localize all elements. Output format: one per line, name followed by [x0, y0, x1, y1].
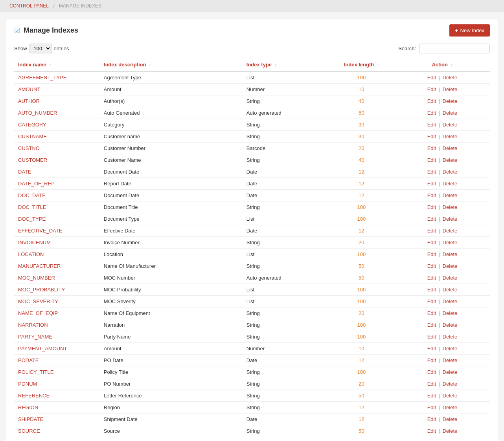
- action-links: Edit | Delete: [427, 157, 458, 163]
- action-separator: |: [439, 263, 441, 269]
- new-index-label: New Index: [460, 27, 484, 33]
- cell-index-length: 100: [328, 296, 395, 307]
- delete-link[interactable]: Delete: [443, 322, 458, 328]
- edit-link[interactable]: Edit: [427, 216, 436, 222]
- table-row: CUSTOMER Customer Name String 40 Edit | …: [14, 154, 490, 166]
- cell-index-description: PO Number: [100, 378, 243, 390]
- breadcrumb-bar: CONTROL PANEL / MANAGE INDEXES: [0, 0, 504, 12]
- delete-link[interactable]: Delete: [443, 157, 458, 163]
- delete-link[interactable]: Delete: [443, 192, 458, 198]
- action-links: Edit | Delete: [427, 122, 458, 128]
- edit-link[interactable]: Edit: [427, 169, 436, 175]
- delete-link[interactable]: Delete: [443, 263, 458, 269]
- delete-link[interactable]: Delete: [443, 369, 458, 375]
- cell-index-length: 12: [328, 355, 395, 366]
- action-links: Edit | Delete: [427, 192, 458, 198]
- delete-link[interactable]: Delete: [443, 393, 458, 399]
- edit-link[interactable]: Edit: [427, 298, 436, 304]
- edit-link[interactable]: Edit: [427, 428, 436, 434]
- edit-link[interactable]: Edit: [427, 134, 436, 139]
- edit-link[interactable]: Edit: [427, 240, 436, 245]
- delete-link[interactable]: Delete: [443, 134, 458, 139]
- edit-link[interactable]: Edit: [427, 393, 436, 399]
- edit-link[interactable]: Edit: [427, 98, 436, 104]
- search-input[interactable]: [419, 44, 490, 53]
- delete-link[interactable]: Delete: [443, 75, 458, 81]
- edit-link[interactable]: Edit: [427, 275, 436, 281]
- entries-select[interactable]: 10 25 50 100: [29, 44, 52, 53]
- edit-link[interactable]: Edit: [427, 192, 436, 198]
- edit-link[interactable]: Edit: [427, 157, 436, 163]
- cell-index-description: Test Report No: [100, 437, 243, 441]
- cell-index-name: SHIPDATE: [14, 414, 100, 425]
- edit-link[interactable]: Edit: [427, 263, 436, 269]
- cell-index-length: 10: [328, 343, 395, 355]
- action-links: Edit | Delete: [427, 310, 458, 316]
- cell-index-description: Auto Generated: [100, 107, 243, 119]
- col-action[interactable]: Action ↕: [395, 58, 490, 71]
- edit-link[interactable]: Edit: [427, 86, 436, 92]
- delete-link[interactable]: Delete: [443, 404, 458, 410]
- cell-index-name: INVOICENUM: [14, 237, 100, 249]
- cell-action: Edit | Delete: [395, 95, 490, 107]
- edit-link[interactable]: Edit: [427, 404, 436, 410]
- delete-link[interactable]: Delete: [443, 122, 458, 128]
- delete-link[interactable]: Delete: [443, 145, 458, 151]
- cell-action: Edit | Delete: [395, 71, 490, 84]
- edit-link[interactable]: Edit: [427, 181, 436, 187]
- delete-link[interactable]: Delete: [443, 169, 458, 175]
- delete-link[interactable]: Delete: [443, 251, 458, 257]
- delete-link[interactable]: Delete: [443, 204, 458, 210]
- col-index-type[interactable]: Index type ↕: [243, 58, 328, 71]
- edit-link[interactable]: Edit: [427, 75, 436, 81]
- edit-link[interactable]: Edit: [427, 322, 436, 328]
- edit-link[interactable]: Edit: [427, 357, 436, 363]
- edit-link[interactable]: Edit: [427, 122, 436, 128]
- edit-link[interactable]: Edit: [427, 369, 436, 375]
- delete-link[interactable]: Delete: [443, 86, 458, 92]
- cell-index-name: MOC_SEVERITY: [14, 296, 100, 307]
- edit-link[interactable]: Edit: [427, 334, 436, 340]
- edit-link[interactable]: Edit: [427, 251, 436, 257]
- delete-link[interactable]: Delete: [443, 181, 458, 187]
- delete-link[interactable]: Delete: [443, 287, 458, 293]
- delete-link[interactable]: Delete: [443, 334, 458, 340]
- edit-link[interactable]: Edit: [427, 110, 436, 116]
- edit-link[interactable]: Edit: [427, 381, 436, 387]
- cell-index-type: Auto generated: [243, 107, 328, 119]
- delete-link[interactable]: Delete: [443, 228, 458, 234]
- action-separator: |: [439, 157, 441, 163]
- cell-index-name: DOC_TYPE: [14, 213, 100, 225]
- col-index-length[interactable]: Index length ↕: [328, 58, 395, 71]
- delete-link[interactable]: Delete: [443, 275, 458, 281]
- breadcrumb-part1[interactable]: CONTROL PANEL: [9, 3, 49, 9]
- delete-link[interactable]: Delete: [443, 357, 458, 363]
- col-index-description[interactable]: Index description ↕: [100, 58, 243, 71]
- edit-link[interactable]: Edit: [427, 287, 436, 293]
- col-index-name[interactable]: Index name ↕: [14, 58, 100, 71]
- sort-icon-desc: ↕: [149, 63, 151, 67]
- edit-link[interactable]: Edit: [427, 204, 436, 210]
- new-index-button[interactable]: + New Index: [449, 24, 490, 37]
- delete-link[interactable]: Delete: [443, 346, 458, 351]
- delete-link[interactable]: Delete: [443, 310, 458, 316]
- edit-link[interactable]: Edit: [427, 228, 436, 234]
- edit-link[interactable]: Edit: [427, 416, 436, 422]
- action-links: Edit | Delete: [427, 404, 458, 410]
- cell-index-type: Number: [243, 84, 328, 95]
- delete-link[interactable]: Delete: [443, 98, 458, 104]
- action-separator: |: [439, 369, 441, 375]
- delete-link[interactable]: Delete: [443, 216, 458, 222]
- cell-index-length: 30: [328, 131, 395, 143]
- delete-link[interactable]: Delete: [443, 416, 458, 422]
- delete-link[interactable]: Delete: [443, 298, 458, 304]
- edit-link[interactable]: Edit: [427, 346, 436, 351]
- cell-index-description: Document Date: [100, 166, 243, 178]
- delete-link[interactable]: Delete: [443, 110, 458, 116]
- cell-index-length: 20: [328, 378, 395, 390]
- delete-link[interactable]: Delete: [443, 428, 458, 434]
- delete-link[interactable]: Delete: [443, 381, 458, 387]
- edit-link[interactable]: Edit: [427, 145, 436, 151]
- delete-link[interactable]: Delete: [443, 240, 458, 245]
- edit-link[interactable]: Edit: [427, 310, 436, 316]
